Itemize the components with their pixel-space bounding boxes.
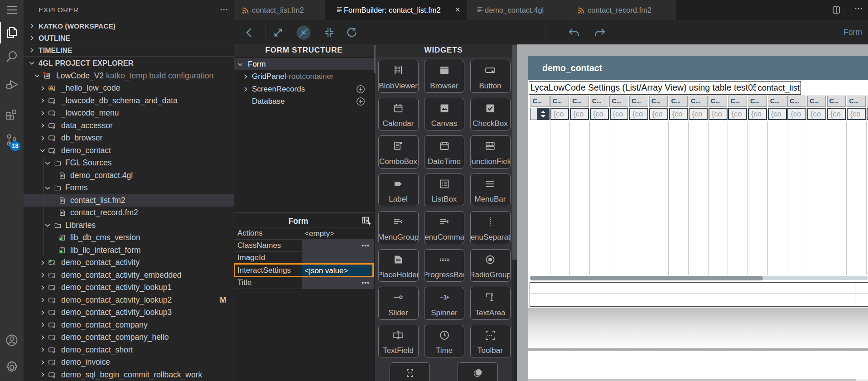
svg-text:1: 1 — [443, 294, 447, 301]
